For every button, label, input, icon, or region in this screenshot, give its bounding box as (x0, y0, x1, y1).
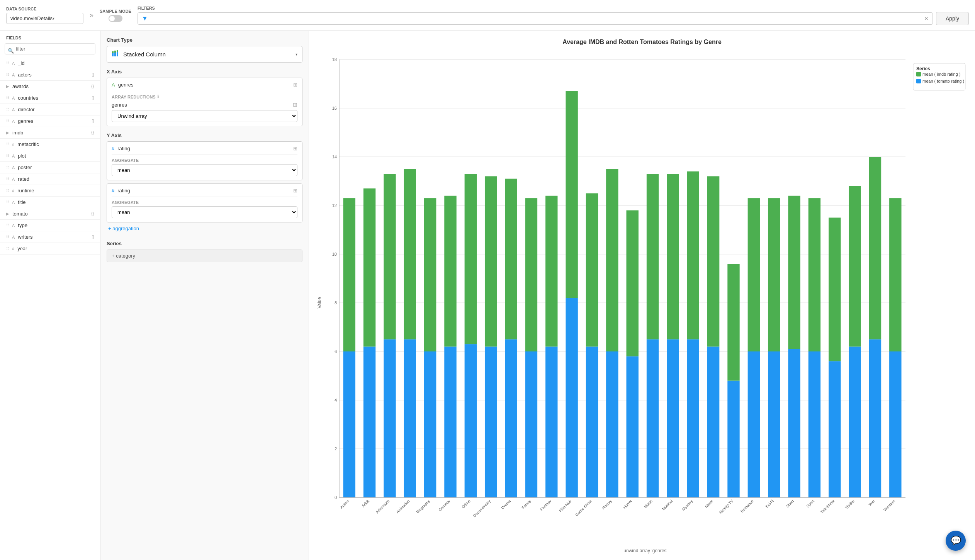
field-item-year[interactable]: ⠿#year (0, 243, 100, 255)
sample-mode-toggle[interactable] (109, 15, 122, 22)
field-item-runtime[interactable]: ⠿#runtime (0, 185, 100, 197)
drag-icon: ⠿ (6, 61, 9, 65)
svg-rect-74 (667, 339, 679, 498)
svg-rect-72 (647, 174, 659, 339)
y-field1-expand-icon[interactable]: ⊞ (293, 146, 297, 151)
chart-svg: 024681012141618ActionAdultAdventureAnima… (324, 52, 967, 544)
field-item-plot[interactable]: ⠿Aplot (0, 150, 100, 162)
svg-rect-45 (465, 174, 477, 344)
filter-bar[interactable]: ▼ ✕ (138, 12, 933, 25)
svg-rect-108 (889, 198, 901, 351)
field-item-genres[interactable]: ⠿Agenres[] (0, 115, 100, 127)
x-axis-field: A genres ⊞ (112, 82, 297, 91)
field-item-awards[interactable]: ▶awards{} (0, 81, 100, 92)
chart-type-chevron-icon: ▾ (296, 52, 297, 56)
data-source-select[interactable]: video.movieDetails ▾ (6, 13, 83, 24)
add-aggregation-button[interactable]: + aggregation (107, 222, 141, 234)
chart-inner: 024681012141618ActionAdultAdventureAnima… (324, 52, 967, 553)
svg-rect-105 (869, 157, 881, 339)
svg-text:Musical: Musical (661, 499, 674, 511)
field-item-metacritic[interactable]: ⠿#metacritic (0, 139, 100, 150)
expand-icon: ▶ (6, 212, 9, 216)
field-name: runtime (17, 188, 91, 193)
field-type-icon: A (12, 119, 15, 124)
info-icon: ℹ (157, 94, 159, 99)
field-item-poster[interactable]: ⠿Aposter (0, 162, 100, 173)
field-name: plot (18, 153, 91, 159)
field-item-imdb[interactable]: ▶imdb{} (0, 127, 100, 139)
field-item-rated[interactable]: ⠿Arated (0, 173, 100, 185)
field-type-icon: A (12, 177, 15, 182)
filters-label: Filters (138, 6, 969, 10)
search-icon: 🔍 (8, 48, 14, 53)
fields-filter-input[interactable] (5, 43, 95, 54)
clear-filter-button[interactable]: ✕ (924, 15, 929, 22)
svg-text:6: 6 (335, 349, 337, 354)
field-type-icon: A (12, 61, 15, 66)
field-type-icon: A (12, 165, 15, 170)
svg-rect-33 (384, 174, 396, 339)
field-badge: {} (91, 84, 94, 88)
reduction-expand-button[interactable]: ⊞ (293, 102, 297, 108)
field-item-type[interactable]: ⠿Atype (0, 220, 100, 231)
x-field-expand-icon[interactable]: ⊞ (293, 82, 297, 88)
x-axis-box: A genres ⊞ ARRAY REDUCTIONS ℹ genres ⊞ U… (107, 78, 302, 126)
svg-rect-68 (626, 356, 638, 497)
field-item-_id[interactable]: ⠿A_id (0, 58, 100, 69)
svg-rect-39 (424, 198, 436, 351)
svg-text:Reality-TV: Reality-TV (719, 499, 734, 514)
field-item-title[interactable]: ⠿Atitle (0, 197, 100, 208)
field-item-director[interactable]: ⠿Adirector (0, 104, 100, 115)
arrow-separator: » (90, 11, 93, 19)
svg-text:News: News (704, 499, 714, 509)
field-name: rated (18, 176, 91, 182)
svg-rect-32 (384, 339, 396, 498)
field-name: genres (18, 118, 88, 124)
unwind-array-select[interactable]: Unwind array (112, 110, 297, 122)
drag-icon: ⠿ (6, 154, 9, 158)
apply-button[interactable]: Apply (936, 12, 969, 25)
svg-rect-114 (916, 72, 921, 76)
y-field2-expand-icon[interactable]: ⊞ (293, 188, 297, 193)
filters-section: Filters ▼ ✕ Apply (138, 6, 969, 25)
svg-rect-36 (404, 169, 416, 339)
svg-text:Family: Family (521, 499, 532, 510)
svg-text:Sport: Sport (805, 499, 815, 508)
svg-rect-48 (485, 176, 497, 346)
chevron-down-icon: ▾ (53, 16, 79, 20)
svg-text:Mystery: Mystery (681, 499, 694, 512)
main-content: FIELDS 🔍 ⠿A_id⠿Aactors[]▶awards{}⠿Acount… (0, 31, 975, 560)
field-item-countries[interactable]: ⠿Acountries[] (0, 92, 100, 104)
svg-text:Series: Series (916, 66, 930, 71)
add-category-button[interactable]: + category (107, 249, 302, 262)
field-item-actors[interactable]: ⠿Aactors[] (0, 69, 100, 81)
aggregate1-select[interactable]: mean (112, 164, 297, 176)
chart-title: Average IMDB and Rotten Tomatoes Ratings… (562, 39, 722, 46)
field-name: director (18, 107, 91, 112)
field-name: poster (18, 165, 91, 170)
svg-text:Western: Western (883, 499, 896, 512)
svg-text:Documentary: Documentary (472, 499, 491, 518)
filter-input-wrap: 🔍 (0, 43, 100, 58)
svg-rect-63 (586, 193, 598, 347)
field-name: actors (18, 72, 88, 78)
aggregate2-label: AGGREGATE (112, 200, 297, 205)
chat-button[interactable]: 💬 (946, 531, 966, 551)
svg-text:Comedy: Comedy (438, 499, 451, 512)
svg-text:Horror: Horror (622, 499, 633, 509)
chart-type-selector[interactable]: Stacked Column ▾ (107, 46, 302, 63)
y-field1-type-icon: # (112, 146, 114, 151)
y-axis-label-text: Value (317, 297, 322, 309)
svg-rect-50 (505, 339, 517, 498)
svg-rect-2 (114, 53, 116, 56)
svg-rect-96 (809, 198, 820, 351)
reduction-field-name: genres (112, 102, 290, 108)
field-item-writers[interactable]: ⠿Awriters[] (0, 231, 100, 243)
field-name: year (17, 246, 91, 251)
field-item-tomato[interactable]: ▶tomato{} (0, 208, 100, 220)
svg-rect-1 (112, 51, 114, 53)
svg-rect-59 (566, 298, 578, 497)
svg-rect-60 (566, 91, 578, 298)
svg-text:Game-Show: Game-Show (574, 499, 593, 517)
aggregate2-select[interactable]: mean (112, 206, 297, 218)
